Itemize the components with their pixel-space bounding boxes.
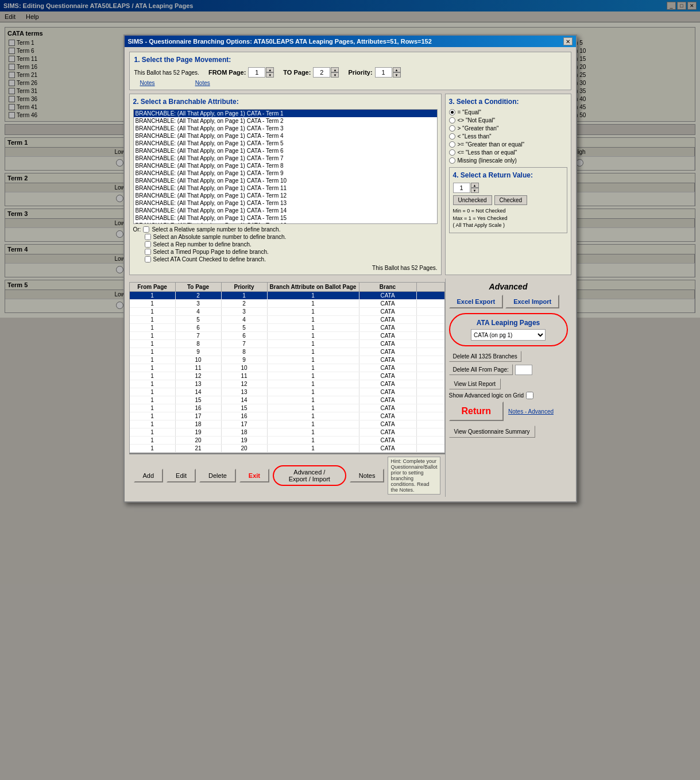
modal-body: 1. Select the Page Movement: This Ballot… [125,47,576,501]
absolute-sample-checkbox[interactable] [145,234,151,240]
to-page-up[interactable]: ▲ [331,67,339,72]
attr-list-item[interactable]: BRANCHABLE: (All That Apply, on Page 1) … [134,184,437,192]
return-value-up[interactable]: ▲ [471,183,479,188]
relative-sample-label: Select a Relative sample number to defin… [152,226,280,233]
grid-row[interactable]: 116151CATA [130,404,444,412]
attr-list-item[interactable]: BRANCHABLE: (All That Apply, on Page 1) … [134,177,437,184]
grid-body[interactable]: 1211CATA1321CATA1431CATA1541CATA1651CATA… [130,292,444,453]
grid-row[interactable]: 1321CATA [130,300,444,308]
from-page-input[interactable]: 1 [248,67,265,78]
attr-list-item[interactable]: BRANCHABLE: (All That Apply, on Page 1) … [134,132,437,140]
priority-up[interactable]: ▲ [393,67,401,72]
attr-list-item[interactable]: BRANCHABLE: (All That Apply, on Page 1) … [134,192,437,199]
condition-radio-circle[interactable] [449,133,455,140]
rep-number-row: Select a Rep number to define branch. [133,241,438,248]
excel-import-button[interactable]: Excel Import [505,295,559,308]
attr-list-item[interactable]: BRANCHABLE: (All That Apply, on Page 1) … [134,222,437,224]
grid-cell-priority: 9 [222,356,268,364]
grid-cell-to: 17 [176,412,222,420]
condition-radio-circle[interactable] [449,157,455,164]
grid-row[interactable]: 113121CATA [130,380,444,388]
grid-row[interactable]: 117161CATA [130,412,444,420]
grid-row[interactable]: 11091CATA [130,356,444,364]
grid-row[interactable]: 118171CATA [130,420,444,428]
attr-list-item[interactable]: BRANCHABLE: (All That Apply, on Page 1) … [134,110,437,117]
attr-list-item[interactable]: BRANCHABLE: (All That Apply, on Page 1) … [134,207,437,214]
grid-cell-priority: 16 [222,412,268,420]
grid-cell-branch: CATA [359,388,417,396]
view-questionnaire-button[interactable]: View Questionnaire Summary [449,426,535,438]
ata-select[interactable]: CATA (on pg 1) [471,329,546,341]
modal-title-text: SIMS - Questionnaire Branching Options: … [128,38,432,45]
attribute-listbox[interactable]: BRANCHABLE: (All That Apply, on Page 1) … [133,109,438,224]
grid-row[interactable]: 1211CATA [130,292,444,300]
delete-all-branches-button[interactable]: Delete All 1325 Branches [449,351,521,362]
grid-row[interactable]: 1981CATA [130,348,444,356]
return-value-down[interactable]: ▼ [471,188,479,193]
grid-row[interactable]: 112111CATA [130,372,444,380]
grid-row[interactable]: 1541CATA [130,316,444,324]
return-value-btns: ▲ ▼ [471,183,479,193]
attr-list-item[interactable]: BRANCHABLE: (All That Apply, on Page 1) … [134,199,437,207]
relative-sample-checkbox[interactable] [143,226,149,233]
to-page-input[interactable] [313,67,330,78]
grid-row[interactable]: 1761CATA [130,332,444,340]
ata-section: ATA Leaping Pages CATA (on pg 1) [449,313,568,346]
grid-cell-branch: CATA [359,437,417,444]
exit-button[interactable]: Exit [239,469,269,482]
modal-close-button[interactable]: ✕ [563,37,573,45]
attr-list-item[interactable]: BRANCHABLE: (All That Apply, on Page 1) … [134,162,437,169]
grid-cell-attrPage: 1 [268,356,359,364]
grid-row[interactable]: 121201CATA [130,445,444,453]
grid-row[interactable]: 1871CATA [130,340,444,348]
delete-button[interactable]: Delete [199,469,236,482]
excel-export-button[interactable]: Excel Export [449,295,504,308]
grid-row[interactable]: 1431CATA [130,308,444,316]
attr-list-item[interactable]: BRANCHABLE: (All That Apply, on Page 1) … [134,140,437,147]
grid-row[interactable]: 1651CATA [130,324,444,332]
grid-row[interactable]: 119181CATA [130,428,444,437]
checked-button[interactable]: Checked [494,195,527,205]
rep-number-checkbox[interactable] [145,241,151,248]
grid-row[interactable]: 114131CATA [130,388,444,396]
delete-from-page-input[interactable] [515,365,532,375]
notes-link-to[interactable]: Notes [195,80,210,86]
attr-list-item[interactable]: BRANCHABLE: (All That Apply, on Page 1) … [134,155,437,162]
from-page-up[interactable]: ▲ [266,67,274,72]
edit-button[interactable]: Edit [167,469,196,482]
condition-radio-circle[interactable] [449,117,455,123]
notes-link-from[interactable]: Notes [140,80,155,86]
attr-list-item[interactable]: BRANCHABLE: (All That Apply, on Page 1) … [134,169,437,177]
grid-cell-priority: 7 [222,340,268,347]
attr-list-item[interactable]: BRANCHABLE: (All That Apply, on Page 1) … [134,147,437,155]
ata-count-checkbox[interactable] [145,256,151,262]
section2-title: 2. Select a Branchable Attribute: [133,98,438,106]
attr-list-item[interactable]: BRANCHABLE: (All That Apply, on Page 1) … [134,117,437,125]
return-value-input[interactable] [453,183,470,193]
show-advanced-checkbox[interactable] [526,392,533,399]
priority-input[interactable] [375,67,392,78]
condition-radio-circle[interactable] [449,141,455,148]
notes-toolbar-button[interactable]: Notes [350,469,385,482]
grid-row[interactable]: 111101CATA [130,364,444,372]
grid-cell-to: 3 [176,300,222,307]
grid-cell-attrPage: 1 [268,364,359,372]
condition-radio-circle[interactable] [449,125,455,132]
add-button[interactable]: Add [134,469,164,482]
notes-advanced-button[interactable]: Notes - Advanced [508,408,554,415]
advanced-export-import-button[interactable]: Advanced / Export / Import [273,465,346,486]
timed-popup-checkbox[interactable] [145,249,151,255]
from-page-down[interactable]: ▼ [266,72,274,78]
to-page-down[interactable]: ▼ [331,72,339,78]
attr-list-item[interactable]: BRANCHABLE: (All That Apply, on Page 1) … [134,125,437,132]
attr-list-item[interactable]: BRANCHABLE: (All That Apply, on Page 1) … [134,214,437,222]
view-list-report-button[interactable]: View List Report [449,379,501,389]
condition-radio-circle[interactable] [449,109,455,115]
priority-down[interactable]: ▼ [393,72,401,78]
grid-row[interactable]: 120191CATA [130,437,444,445]
condition-radio-circle[interactable] [449,149,455,156]
grid-row[interactable]: 115141CATA [130,396,444,404]
unchecked-button[interactable]: Unchecked [453,195,492,205]
return-button[interactable]: Return [449,401,504,421]
delete-all-from-page-button[interactable]: Delete All From Page: [449,364,513,375]
